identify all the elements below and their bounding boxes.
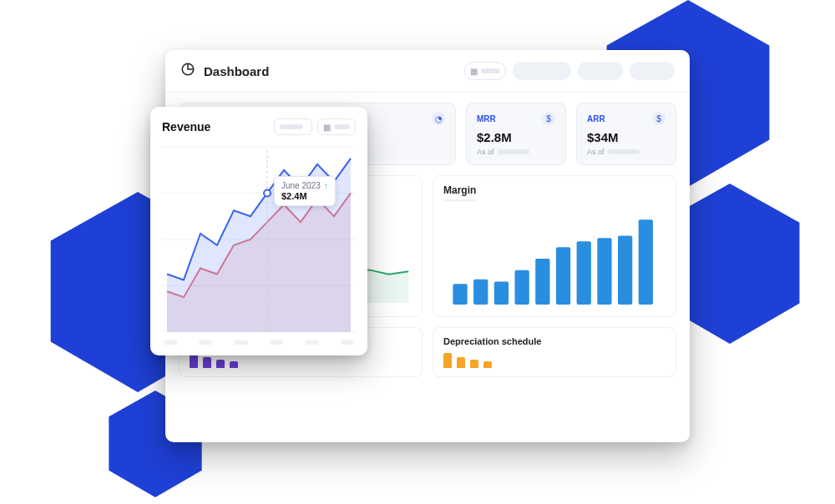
svg-rect-11 [577, 241, 591, 305]
stat-label: MRR [477, 114, 496, 123]
revenue-title: Revenue [162, 120, 210, 134]
asof-label: As of [477, 148, 494, 156]
svg-rect-12 [597, 238, 611, 305]
clock-icon: ◔ [432, 112, 445, 125]
stat-value: $2.8M [477, 130, 555, 144]
svg-rect-25 [270, 340, 283, 345]
header-pill-3[interactable] [630, 62, 675, 80]
page-title: Dashboard [204, 64, 269, 78]
date-filter-button[interactable]: ▦ [464, 62, 506, 80]
revenue-chart: June 2023↑ $2.4M [162, 144, 356, 347]
header-pill-2[interactable] [578, 62, 623, 80]
asof-label: As of [587, 148, 605, 156]
trend-up-icon: ↑ [324, 181, 328, 190]
margin-card[interactable]: Margin [433, 175, 676, 317]
dollar-icon: $ [652, 112, 665, 125]
depreciation-bars [443, 353, 665, 368]
stat-value: $34M [587, 130, 665, 144]
dollar-icon: $ [542, 112, 555, 125]
revenue-popout: Revenue ▦ June 2023↑ $2.4M [150, 107, 367, 355]
svg-rect-27 [341, 340, 354, 345]
svg-rect-10 [556, 247, 570, 305]
revenue-filter-1[interactable] [274, 118, 312, 135]
main-header: Dashboard ▦ [165, 50, 690, 93]
revenue-date-filter[interactable]: ▦ [317, 118, 356, 135]
stat-card-mrr[interactable]: MRR $ $2.8M As of [466, 103, 566, 165]
stat-label: ARR [587, 114, 605, 123]
margin-chart [443, 208, 665, 306]
dashboard-logo-icon [180, 62, 195, 80]
svg-rect-22 [164, 340, 177, 345]
svg-rect-23 [199, 340, 212, 345]
sched-title: Depreciation schedule [443, 336, 665, 346]
stat-card-arr[interactable]: ARR $ $34M As of [576, 103, 676, 165]
calendar-icon: ▦ [323, 123, 331, 132]
svg-rect-9 [535, 259, 549, 305]
svg-point-21 [264, 189, 271, 196]
svg-rect-26 [306, 340, 319, 345]
svg-rect-8 [515, 270, 529, 305]
svg-rect-5 [453, 284, 467, 305]
depreciation-card[interactable]: Depreciation schedule [433, 327, 676, 377]
svg-rect-7 [494, 282, 509, 305]
chart-sublabel-skeleton [443, 199, 477, 201]
svg-rect-14 [639, 219, 653, 305]
tooltip-value: $2.4M [281, 191, 328, 201]
header-controls: ▦ [464, 62, 675, 80]
calendar-icon: ▦ [470, 67, 478, 76]
header-pill-1[interactable] [513, 62, 571, 80]
svg-rect-24 [235, 340, 248, 345]
tooltip-date: June 2023 [281, 181, 321, 190]
revenue-tooltip: June 2023↑ $2.4M [274, 176, 336, 206]
svg-rect-6 [473, 280, 488, 305]
chart-title: Margin [443, 184, 665, 196]
svg-rect-13 [618, 235, 632, 305]
